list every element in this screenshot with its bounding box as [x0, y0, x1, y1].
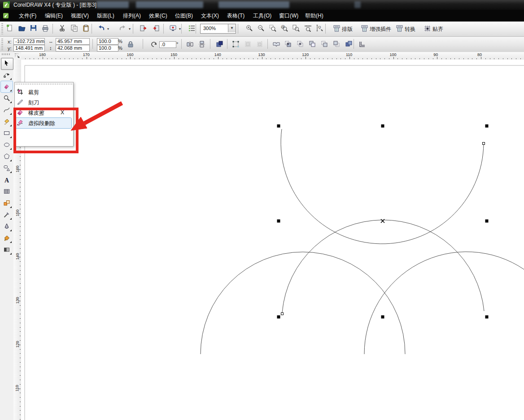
curve-end-node[interactable] — [281, 313, 284, 315]
export-button[interactable] — [151, 23, 162, 34]
undo-button[interactable] — [96, 23, 107, 34]
plugin-button-1[interactable]: 排版 — [332, 23, 353, 34]
menu-text[interactable]: 文本(X) — [197, 10, 223, 22]
freehand-tool[interactable] — [1, 104, 13, 116]
zoom-level-combobox[interactable]: 300% ▼ — [200, 24, 236, 34]
intersect-button[interactable] — [295, 39, 306, 50]
scale-v-field[interactable]: 100.0 — [97, 45, 118, 52]
flyout-item-crop[interactable]: 裁剪 — [16, 87, 71, 97]
print-button[interactable] — [40, 23, 51, 34]
eyedropper-tool[interactable] — [1, 209, 13, 221]
menu-arrange[interactable]: 排列(A) — [119, 10, 144, 22]
rotation-angle-field[interactable]: .0 — [159, 41, 176, 48]
trim-button[interactable] — [283, 39, 294, 50]
mirror-horizontal-button[interactable] — [185, 39, 196, 50]
interactive-blend-tool[interactable] — [1, 198, 13, 209]
app-launcher-button[interactable] — [168, 23, 179, 34]
import-button[interactable] — [138, 23, 149, 34]
drawing-surface[interactable] — [21, 60, 524, 420]
curve-arc[interactable] — [282, 220, 484, 312]
cut-button[interactable] — [57, 23, 68, 34]
zoom-height-button[interactable]: Q — [314, 23, 325, 34]
selection-handle[interactable] — [381, 125, 384, 128]
simplify-button[interactable] — [307, 39, 318, 50]
interactive-fill-tool[interactable] — [1, 244, 13, 255]
redo-dropdown-icon[interactable]: ▾ — [129, 27, 131, 31]
weld-button[interactable] — [271, 39, 282, 50]
width-field[interactable]: 45.957 mm — [56, 38, 90, 45]
selection-handle[interactable] — [485, 316, 489, 319]
selection-handle[interactable] — [485, 220, 489, 223]
menu-view[interactable]: 视图(V) — [67, 10, 92, 22]
menu-layout[interactable]: 版面(L) — [93, 10, 118, 22]
zoom-width-button[interactable] — [303, 23, 314, 34]
copy-button[interactable] — [69, 23, 80, 34]
app-launcher-dropdown-icon[interactable]: ▾ — [179, 27, 181, 31]
zoom-page-button[interactable] — [291, 23, 301, 34]
outline-pen-tool[interactable] — [1, 221, 13, 232]
lock-ratio-icon[interactable] — [127, 41, 134, 50]
back-minus-front-button[interactable] — [332, 39, 342, 50]
toolbar-grip[interactable] — [1, 23, 3, 35]
toolbox-grip[interactable] — [2, 53, 11, 55]
new-button[interactable] — [4, 23, 15, 34]
x-position-field[interactable]: -102.723 mm — [13, 38, 45, 45]
menu-table[interactable]: 表格(T) — [223, 10, 248, 22]
paste-button[interactable] — [81, 23, 92, 34]
select-handles-button[interactable] — [231, 39, 241, 50]
table-tool[interactable] — [1, 186, 13, 197]
plugin-button-2[interactable]: 增强插件 — [360, 23, 388, 34]
menu-bitmaps[interactable]: 位图(B) — [171, 10, 196, 22]
title-bar[interactable]: CorelDRAW X4 ( 专业版 ) - [图形3] — [0, 0, 524, 10]
plugin-button-3[interactable]: 转换 — [395, 23, 415, 34]
curve-arc[interactable] — [201, 252, 405, 354]
zoom-tool[interactable] — [1, 93, 13, 104]
basic-shapes-tool[interactable] — [1, 163, 13, 174]
menu-file[interactable]: 文件(F) — [15, 10, 40, 22]
fill-tool[interactable] — [1, 233, 13, 244]
ruler-origin[interactable] — [13, 52, 22, 60]
save-button[interactable] — [28, 23, 39, 34]
flyout-item-virtual-segment-delete[interactable]: 虚拟段删除 — [16, 118, 71, 128]
selection-handle[interactable] — [381, 316, 384, 319]
combine-button[interactable] — [357, 39, 368, 50]
selection-handle[interactable] — [485, 125, 489, 128]
curve-end-node[interactable] — [483, 143, 485, 145]
ellipse-tool[interactable] — [1, 139, 13, 151]
zoom-selected-button[interactable] — [267, 23, 278, 34]
menu-tools[interactable]: 工具(O) — [249, 10, 275, 22]
selection-handle[interactable] — [277, 316, 280, 319]
selection-handle[interactable] — [277, 125, 280, 128]
mirror-vertical-button[interactable] — [196, 39, 207, 50]
zoom-combo-dropdown-icon[interactable]: ▼ — [228, 24, 236, 32]
canvas[interactable] — [21, 60, 524, 420]
plugin-button-4[interactable]: 贴齐 — [423, 23, 442, 34]
create-boundary-button[interactable] — [344, 39, 354, 50]
horizontal-ruler[interactable]: 1801701601501401301201101009080 — [21, 52, 524, 60]
menu-help[interactable]: 帮助(H) — [301, 10, 327, 22]
menu-window[interactable]: 窗口(W) — [275, 10, 302, 22]
pick-tool[interactable] — [1, 58, 13, 70]
zoom-out-button[interactable] — [256, 23, 266, 34]
menu-edit[interactable]: 编辑(E) — [41, 10, 66, 22]
curve-arc[interactable] — [281, 129, 484, 244]
shape-edit-tool[interactable] — [1, 69, 13, 81]
zoom-all-button[interactable]: @ — [279, 23, 290, 34]
front-minus-back-button[interactable] — [319, 39, 330, 50]
text-tool[interactable]: A — [1, 174, 13, 186]
y-position-field[interactable]: 148.491 mm — [13, 45, 45, 52]
selection-handle[interactable] — [277, 220, 280, 223]
rectangle-tool[interactable] — [1, 128, 13, 139]
menu-effects[interactable]: 效果(C) — [145, 10, 171, 22]
to-front-button[interactable] — [214, 39, 225, 50]
crop-eraser-tool[interactable] — [1, 81, 13, 92]
view-options-button[interactable] — [187, 23, 197, 34]
open-button[interactable] — [17, 23, 27, 34]
flyout-item-knife[interactable]: 刻刀 — [16, 97, 71, 108]
redo-button[interactable] — [118, 23, 128, 34]
flyout-grip[interactable] — [16, 83, 72, 85]
zoom-in-button[interactable] — [244, 23, 255, 34]
polygon-tool[interactable] — [1, 151, 13, 162]
height-field[interactable]: 42.068 mm — [56, 45, 90, 52]
curve-arc[interactable] — [364, 252, 524, 354]
